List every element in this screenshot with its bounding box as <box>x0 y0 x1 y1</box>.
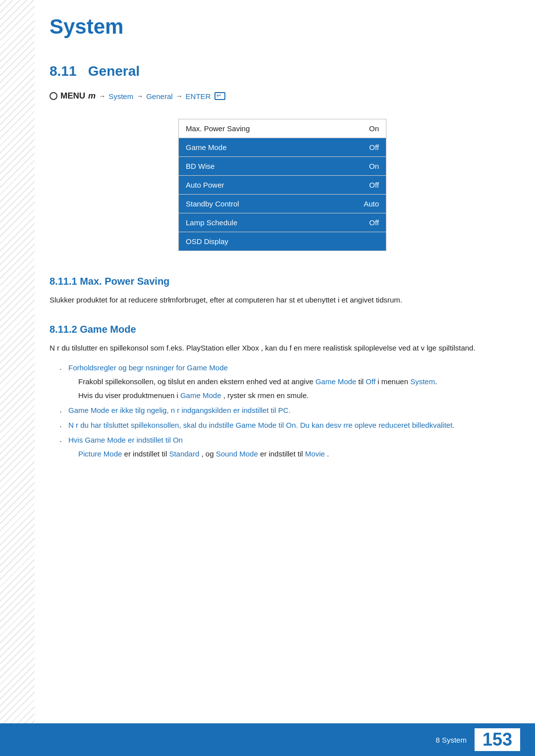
bullet-list: Forholdsregler og begr nsninger for Game… <box>50 362 515 460</box>
menu-row: Game ModeOff <box>179 138 386 157</box>
subsection-heading: 8.11.1 Max. Power Saving <box>50 276 515 287</box>
menu-label: MENU <box>60 91 85 101</box>
menu-circle-icon <box>50 92 57 100</box>
enter-icon <box>214 92 225 100</box>
menu-row-label: Lamp Schedule <box>186 218 237 227</box>
list-item: N r du har tilsluttet spillekonsollen, s… <box>59 419 515 431</box>
menu-row: Standby ControlAuto <box>179 195 386 213</box>
section-title: General <box>88 63 140 79</box>
list-item: Game Mode er ikke tilg ngelig, n r indga… <box>59 404 515 416</box>
menu-row-label: BD Wise <box>186 162 214 170</box>
arrow-3: → <box>176 92 183 100</box>
list-item: Picture Mode er indstillet til Standard … <box>78 448 515 460</box>
list-item: Hvis Game Mode er indstillet til OnPictu… <box>59 434 515 460</box>
menu-row-label: OSD Display <box>186 237 228 246</box>
breadcrumb-general: General <box>146 92 172 101</box>
chapter-title: System <box>50 15 515 39</box>
menu-row-value: Off <box>369 181 379 189</box>
breadcrumb-enter: ENTER <box>186 92 211 101</box>
menu-row: OSD Display <box>179 232 386 251</box>
menu-row-value: On <box>369 124 379 133</box>
subsection-body: N r du tilslutter en spillekonsol som f.… <box>50 342 515 354</box>
menu-row-label: Auto Power <box>186 181 224 189</box>
menu-row-label: Game Mode <box>186 143 227 151</box>
breadcrumb-system: System <box>108 92 133 101</box>
menu-row: BD WiseOn <box>179 157 386 176</box>
arrow-2: → <box>136 92 143 100</box>
arrow-1: → <box>99 92 106 100</box>
menu-row-value: Off <box>369 143 379 151</box>
menu-row-value: Off <box>369 218 379 227</box>
page-footer: 8 System 153 <box>0 723 535 756</box>
menu-row-value: Auto <box>364 200 379 208</box>
list-item: Frakobl spillekonsollen, og tilslut en a… <box>78 376 515 388</box>
menu-row: Max. Power SavingOn <box>179 119 386 138</box>
section-number: 8.11 <box>50 63 77 79</box>
footer-section-label: 8 System <box>435 736 467 744</box>
list-item: Forholdsregler og begr nsninger for Game… <box>59 362 515 402</box>
menu-m-label: m <box>88 91 96 101</box>
subsection-body: Slukker produktet for at reducere strłmf… <box>50 294 515 306</box>
menu-row: Auto PowerOff <box>179 176 386 195</box>
menu-row-label: Standby Control <box>186 200 239 208</box>
left-border-decoration <box>0 0 35 756</box>
general-menu-table: Max. Power SavingOnGame ModeOffBD WiseOn… <box>178 119 386 251</box>
menu-row-label: Max. Power Saving <box>186 124 250 133</box>
menu-row: Lamp ScheduleOff <box>179 213 386 232</box>
footer-page-number: 153 <box>475 728 520 751</box>
list-item: Hvis du viser produktmenuen i Game Mode … <box>78 390 515 402</box>
section-heading: 8.11 General <box>50 63 515 79</box>
breadcrumb: MENU m → System → General → ENTER <box>50 91 515 101</box>
subsection-heading: 8.11.2 Game Mode <box>50 324 515 335</box>
menu-table-wrapper: Max. Power SavingOnGame ModeOffBD WiseOn… <box>50 119 515 251</box>
menu-row-value: On <box>369 162 379 170</box>
